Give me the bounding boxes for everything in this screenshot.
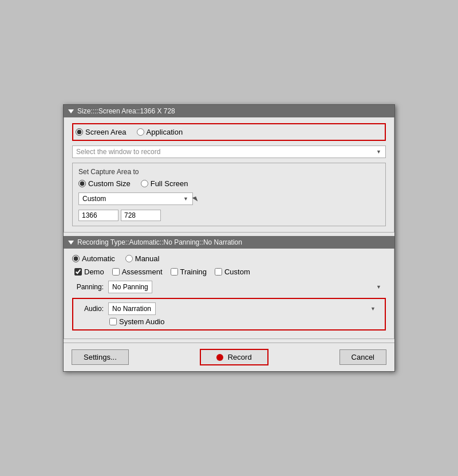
training-checkbox[interactable]: [171, 268, 178, 276]
recording-type-title: Recording Type::Automatic::No Panning::N…: [77, 238, 242, 246]
assessment-checkbox[interactable]: [112, 268, 120, 276]
panning-row: Panning: No Panning: [72, 281, 386, 293]
custom-select-row: Custom: [78, 192, 380, 205]
panning-select[interactable]: No Panning: [108, 281, 152, 293]
audio-group: Audio: No Narration System Audio: [72, 298, 386, 331]
full-screen-radio[interactable]: [141, 180, 148, 187]
custom-size-radio-label[interactable]: Custom Size: [78, 179, 131, 188]
automatic-radio[interactable]: [72, 255, 80, 262]
size-section: Size::::Screen Area::1366 X 728 Screen A…: [64, 105, 394, 233]
size-section-body: Screen Area Application Select the windo…: [64, 117, 394, 233]
collapse-triangle-icon: [68, 109, 74, 113]
audio-row: Audio: No Narration: [78, 302, 380, 315]
recording-type-header: Recording Type::Automatic::No Panning::N…: [64, 236, 394, 249]
record-label: Record: [228, 353, 252, 361]
audio-label: Audio:: [78, 305, 104, 313]
custom-size-label: Custom Size: [88, 179, 131, 188]
collapse-triangle-icon-2: [68, 241, 74, 245]
automatic-label: Automatic: [82, 254, 115, 263]
screen-area-radio-group: Screen Area Application: [72, 123, 386, 141]
dimensions-row: [78, 210, 380, 221]
demo-checkbox[interactable]: [74, 268, 82, 276]
system-audio-row: System Audio: [78, 317, 380, 326]
settings-button[interactable]: Settings...: [72, 349, 129, 365]
application-radio-label[interactable]: Application: [137, 128, 183, 136]
panning-select-wrapper: No Panning: [108, 281, 386, 293]
height-input[interactable]: [121, 210, 161, 221]
screen-area-radio[interactable]: [76, 128, 83, 136]
window-select-wrapper: Select the window to record: [72, 145, 386, 158]
custom-size-radio[interactable]: [78, 180, 86, 187]
application-radio[interactable]: [137, 128, 144, 136]
manual-radio[interactable]: [125, 255, 133, 262]
manual-label: Manual: [135, 254, 160, 263]
automatic-radio-label[interactable]: Automatic: [72, 254, 115, 263]
main-dialog: Size::::Screen Area::1366 X 728 Screen A…: [63, 104, 395, 372]
demo-label: Demo: [84, 267, 104, 276]
custom-checkbox-label[interactable]: Custom: [215, 267, 250, 276]
record-button[interactable]: Record: [200, 349, 269, 365]
system-audio-checkbox-label[interactable]: System Audio: [109, 317, 165, 326]
auto-manual-row: Automatic Manual: [72, 254, 386, 263]
capture-size-radio-row: Custom Size Full Screen: [78, 179, 380, 188]
custom-dropdown[interactable]: Custom: [78, 192, 193, 205]
capture-area-legend: Set Capture Area to: [78, 168, 380, 176]
window-select-row: Select the window to record: [72, 145, 386, 158]
panning-label: Panning:: [72, 283, 104, 291]
full-screen-radio-label[interactable]: Full Screen: [141, 179, 188, 188]
audio-select-wrapper: No Narration: [108, 302, 380, 315]
size-section-header: Size::::Screen Area::1366 X 728: [64, 105, 394, 117]
recording-section-body: Automatic Manual Demo Assessment: [64, 249, 394, 339]
custom-checkbox[interactable]: [215, 268, 222, 276]
window-select[interactable]: Select the window to record: [72, 145, 386, 158]
cancel-button[interactable]: Cancel: [339, 349, 386, 365]
screen-area-radio-label[interactable]: Screen Area: [76, 128, 127, 136]
manual-radio-label[interactable]: Manual: [125, 254, 160, 263]
mode-checkbox-row: Demo Assessment Training Custom: [72, 267, 386, 276]
screen-area-label: Screen Area: [85, 128, 127, 136]
custom-dropdown-wrapper: Custom: [78, 192, 193, 205]
system-audio-label: System Audio: [119, 317, 165, 326]
capture-area-group: Set Capture Area to Custom Size Full Scr…: [72, 163, 386, 226]
assessment-checkbox-label[interactable]: Assessment: [112, 267, 163, 276]
audio-select[interactable]: No Narration: [108, 302, 156, 315]
recording-type-section: Recording Type::Automatic::No Panning::N…: [64, 236, 394, 339]
button-row: Settings... Record Cancel: [64, 343, 394, 371]
system-audio-checkbox[interactable]: [109, 318, 117, 325]
application-label: Application: [147, 128, 183, 136]
custom-label: Custom: [224, 267, 250, 276]
training-label: Training: [180, 267, 207, 276]
record-dot-icon: [216, 354, 223, 361]
width-input[interactable]: [78, 210, 119, 221]
training-checkbox-label[interactable]: Training: [171, 267, 207, 276]
full-screen-label: Full Screen: [151, 179, 188, 188]
size-section-title: Size::::Screen Area::1366 X 728: [77, 107, 175, 115]
assessment-label: Assessment: [122, 267, 163, 276]
demo-checkbox-label[interactable]: Demo: [74, 267, 104, 276]
